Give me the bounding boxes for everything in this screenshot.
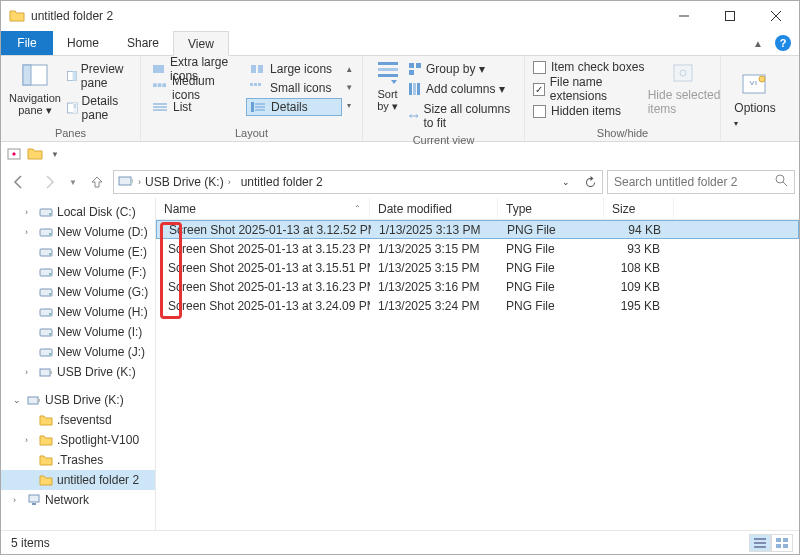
up-button[interactable] bbox=[83, 169, 111, 195]
tab-share[interactable]: Share bbox=[113, 31, 173, 55]
forward-button[interactable] bbox=[35, 169, 63, 195]
breadcrumb-segment[interactable]: USB Drive (K:)› bbox=[141, 175, 237, 189]
file-list[interactable]: Screen Shot 2025-01-13 at 3.12.52 PM.png… bbox=[156, 220, 799, 530]
layout-expand[interactable]: ▾ bbox=[344, 96, 354, 114]
layout-details[interactable]: Details bbox=[246, 98, 342, 116]
layout-list[interactable]: List bbox=[149, 98, 245, 116]
svg-rect-24 bbox=[251, 102, 254, 112]
file-row[interactable]: Screen Shot 2025-01-13 at 3.15.51 PM.png… bbox=[156, 258, 799, 277]
layout-scroll-down[interactable]: ▼ bbox=[344, 78, 354, 96]
svg-rect-19 bbox=[254, 83, 257, 86]
ribbon-group-current-view: Sort by ▾ Group by ▾ Add columns ▾ Size … bbox=[363, 56, 525, 141]
layout-scroll-up[interactable]: ▲ bbox=[344, 60, 354, 78]
file-row[interactable]: Screen Shot 2025-01-13 at 3.15.23 PM.png… bbox=[156, 239, 799, 258]
tree-item[interactable]: New Volume (E:) bbox=[1, 242, 155, 262]
column-header-name[interactable]: Name⌃ bbox=[156, 198, 370, 219]
search-icon bbox=[775, 174, 788, 190]
hidden-items-toggle[interactable]: Hidden items bbox=[533, 104, 650, 118]
svg-rect-67 bbox=[32, 503, 36, 505]
svg-point-53 bbox=[49, 273, 51, 275]
tree-item[interactable]: .Trashes bbox=[1, 450, 155, 470]
search-input[interactable] bbox=[614, 175, 788, 189]
navigation-pane-button[interactable]: Navigation pane ▾ bbox=[9, 60, 61, 124]
breadcrumb-segment[interactable]: untitled folder 2 bbox=[237, 175, 327, 189]
new-folder-icon[interactable] bbox=[27, 147, 43, 161]
tree-item[interactable]: ⌄USB Drive (K:) bbox=[1, 390, 155, 410]
tree-item[interactable]: New Volume (G:) bbox=[1, 282, 155, 302]
column-header-date-modified[interactable]: Date modified bbox=[370, 198, 498, 219]
tree-item[interactable]: ›.Spotlight-V100 bbox=[1, 430, 155, 450]
help-icon[interactable]: ? bbox=[775, 35, 791, 51]
svg-rect-43 bbox=[131, 179, 133, 183]
svg-rect-16 bbox=[158, 83, 162, 87]
tree-item[interactable]: New Volume (F:) bbox=[1, 262, 155, 282]
svg-rect-72 bbox=[783, 538, 788, 542]
svg-rect-5 bbox=[23, 65, 31, 85]
svg-rect-65 bbox=[38, 399, 40, 402]
ribbon-group-show-hide: Item check boxes ✓File name extensions H… bbox=[525, 56, 721, 141]
svg-rect-18 bbox=[250, 83, 253, 86]
refresh-button[interactable] bbox=[578, 171, 602, 193]
tree-item[interactable]: New Volume (I:) bbox=[1, 322, 155, 342]
minimize-button[interactable] bbox=[661, 1, 707, 31]
hide-selected-button[interactable]: Hide selected items bbox=[656, 60, 712, 118]
layout-large-icons[interactable]: Large icons bbox=[246, 60, 342, 78]
svg-point-61 bbox=[49, 353, 51, 355]
address-dropdown-button[interactable]: ⌄ bbox=[554, 171, 578, 193]
address-bar[interactable]: › USB Drive (K:)› untitled folder 2 ⌄ bbox=[113, 170, 603, 194]
tree-item[interactable]: ›Network bbox=[1, 490, 155, 510]
maximize-button[interactable] bbox=[707, 1, 753, 31]
details-view-button[interactable] bbox=[749, 534, 771, 552]
tree-item[interactable]: ›Local Disk (C:) bbox=[1, 202, 155, 222]
tree-item[interactable]: .fseventsd bbox=[1, 410, 155, 430]
svg-point-44 bbox=[776, 175, 784, 183]
column-headers[interactable]: Name⌃Date modifiedTypeSize bbox=[156, 198, 799, 220]
tree-item[interactable]: ›USB Drive (K:) bbox=[1, 362, 155, 382]
details-pane-button[interactable]: Details pane bbox=[67, 92, 132, 124]
file-row[interactable]: Screen Shot 2025-01-13 at 3.24.09 PM.png… bbox=[156, 296, 799, 315]
svg-line-45 bbox=[783, 182, 787, 186]
size-columns-button[interactable]: Size all columns to fit bbox=[408, 100, 516, 132]
file-name-extensions-toggle[interactable]: ✓File name extensions bbox=[533, 75, 650, 103]
properties-icon[interactable] bbox=[7, 147, 21, 161]
ribbon-collapse-icon[interactable]: ▲ bbox=[753, 38, 763, 49]
tree-item[interactable]: ›New Volume (D:) bbox=[1, 222, 155, 242]
column-header-type[interactable]: Type bbox=[498, 198, 604, 219]
thumbnails-view-button[interactable] bbox=[771, 534, 793, 552]
tab-home[interactable]: Home bbox=[53, 31, 113, 55]
svg-rect-36 bbox=[417, 83, 420, 95]
tab-file[interactable]: File bbox=[1, 31, 53, 55]
recent-locations-button[interactable]: ▼ bbox=[65, 169, 81, 195]
tree-item[interactable]: New Volume (J:) bbox=[1, 342, 155, 362]
add-columns-button[interactable]: Add columns ▾ bbox=[408, 80, 516, 98]
svg-rect-32 bbox=[416, 63, 421, 68]
svg-rect-63 bbox=[50, 371, 52, 374]
back-button[interactable] bbox=[5, 169, 33, 195]
preview-pane-button[interactable]: Preview pane bbox=[67, 60, 132, 92]
item-check-boxes-toggle[interactable]: Item check boxes bbox=[533, 60, 650, 74]
svg-rect-17 bbox=[162, 83, 166, 87]
sort-by-button[interactable]: Sort by ▾ bbox=[371, 60, 404, 132]
usb-drive-icon bbox=[118, 174, 134, 188]
search-box[interactable] bbox=[607, 170, 795, 194]
qat-dropdown-icon[interactable]: ▼ bbox=[51, 150, 59, 159]
svg-rect-34 bbox=[409, 83, 412, 95]
close-button[interactable] bbox=[753, 1, 799, 31]
layout-medium-icons[interactable]: Medium icons bbox=[149, 79, 245, 97]
file-row[interactable]: Screen Shot 2025-01-13 at 3.12.52 PM.png… bbox=[156, 220, 799, 239]
group-by-button[interactable]: Group by ▾ bbox=[408, 60, 516, 78]
layout-small-icons[interactable]: Small icons bbox=[246, 79, 342, 97]
file-row[interactable]: Screen Shot 2025-01-13 at 3.16.23 PM.png… bbox=[156, 277, 799, 296]
annotation-highlight-box bbox=[160, 222, 182, 319]
tree-item[interactable]: New Volume (H:) bbox=[1, 302, 155, 322]
tab-view[interactable]: View bbox=[173, 31, 229, 56]
svg-rect-42 bbox=[119, 177, 131, 185]
svg-rect-33 bbox=[409, 70, 414, 75]
navigation-tree[interactable]: ›Local Disk (C:)›New Volume (D:)New Volu… bbox=[1, 198, 156, 530]
column-header-size[interactable]: Size bbox=[604, 198, 674, 219]
tree-item[interactable]: untitled folder 2 bbox=[1, 470, 155, 490]
svg-rect-35 bbox=[413, 83, 416, 95]
options-button[interactable]: Options▾ bbox=[729, 71, 781, 129]
content-area: ›Local Disk (C:)›New Volume (D:)New Volu… bbox=[1, 198, 799, 530]
ribbon-tabs: File Home Share View ▲ ? bbox=[1, 31, 799, 56]
